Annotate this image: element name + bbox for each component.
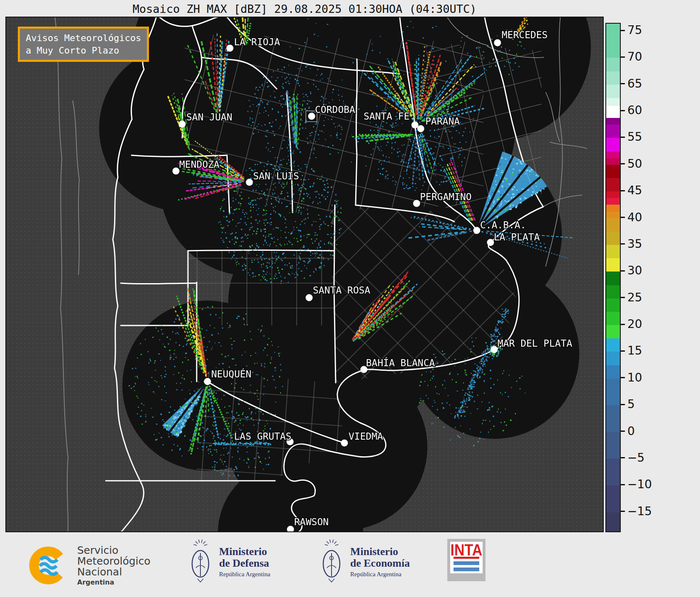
city-label: MENDOZA xyxy=(179,159,220,170)
economia-line3: República Argentina xyxy=(350,571,410,577)
colorbar-segment xyxy=(606,24,620,58)
colorbar-segment xyxy=(606,285,620,299)
inta-inner: INTA xyxy=(450,542,483,573)
radar-coverage-circles xyxy=(99,17,591,532)
city-dot xyxy=(417,125,424,132)
smn-line4: Argentina xyxy=(77,579,151,586)
city-dot xyxy=(491,346,498,353)
colorbar-segment xyxy=(606,118,620,125)
city-label: SANTA ROSA xyxy=(313,285,371,296)
smn-line3: Nacional xyxy=(77,567,151,577)
colorbar-tick-label: 45 xyxy=(627,184,642,197)
colorbar-tick-mark xyxy=(621,217,625,218)
smn-logo: Servicio Meteorológico Nacional Argentin… xyxy=(28,542,151,589)
colorbar-segment xyxy=(606,125,620,138)
city-dot xyxy=(473,227,480,234)
colorbar-segment xyxy=(606,258,620,272)
city-label: LAS GRUTAS xyxy=(234,431,291,442)
colorbar-tick-label: −15 xyxy=(627,504,652,518)
defensa-text: Ministerio de Defensa República Argentin… xyxy=(219,546,270,577)
city-dot xyxy=(179,121,186,128)
city-label: NEUQUÉN xyxy=(211,368,251,379)
colorbar-tick-mark xyxy=(621,350,625,352)
warning-line2: a Muy Corto Plazo xyxy=(26,45,119,56)
colorbar-segment xyxy=(606,432,620,459)
economia-line1: Ministerio xyxy=(350,546,410,558)
colorbar-tick-label: 75 xyxy=(627,23,642,37)
colorbar-tick-mark xyxy=(621,404,625,405)
colorbar-tick-mark xyxy=(621,110,625,111)
colorbar xyxy=(605,23,621,532)
city-label: LA PLATA xyxy=(494,232,540,242)
colorbar-tick-label: −5 xyxy=(627,451,644,465)
colorbar-tick-label: 30 xyxy=(627,264,642,277)
city-label: SAN LUIS xyxy=(253,171,299,181)
inta-label: INTA xyxy=(451,543,483,557)
colorbar-segment xyxy=(606,191,620,198)
colorbar-tick-mark xyxy=(621,137,625,138)
colorbar-tick-mark xyxy=(621,56,625,58)
colorbar-segment xyxy=(606,272,620,285)
inta-blue-bar-1 xyxy=(454,561,479,565)
colorbar-segment xyxy=(606,71,620,85)
colorbar-tick-label: 40 xyxy=(627,210,642,224)
colorbar-tick-label: 20 xyxy=(627,317,642,331)
city-dot xyxy=(306,294,313,301)
colorbar-segment xyxy=(606,205,620,212)
colorbar-segment xyxy=(606,459,620,486)
colorbar-tick-label: 50 xyxy=(627,157,642,171)
footer: Servicio Meteorológico Nacional Argentin… xyxy=(0,533,700,597)
colorbar-tick-mark xyxy=(621,163,625,164)
economia-line2: de Economía xyxy=(350,558,410,569)
smn-crescent-icon xyxy=(28,542,71,589)
city-dot xyxy=(308,113,315,120)
colorbar-segment xyxy=(606,58,620,71)
defensa-line3: República Argentina xyxy=(219,571,270,577)
colorbar-tick-label: 35 xyxy=(627,237,642,251)
city-label: PARANA xyxy=(425,116,460,127)
colorbar-segment xyxy=(606,338,620,352)
city-label: MAR DEL PLATA xyxy=(498,338,572,349)
colorbar-tick-mark xyxy=(621,270,625,272)
radar-mosaic-figure: Mosaico ZH MAX [dBZ] 29.08.2025 01:30HOA… xyxy=(0,0,700,597)
colorbar-tick-mark xyxy=(621,377,625,378)
city-label: SANTA FE xyxy=(363,111,410,122)
colorbar-tick-label: −10 xyxy=(627,477,652,491)
coat-of-arms-icon xyxy=(188,537,213,586)
radar-map-canvas: LA RIOJAMERCEDESSAN JUANCÓRDOBASANTA FEP… xyxy=(6,17,604,532)
colorbar-tick-mark xyxy=(621,431,625,432)
colorbar-tick-mark xyxy=(621,243,625,245)
city-label: RAWSON xyxy=(294,516,329,527)
defensa-line1: Ministerio xyxy=(219,546,270,558)
colorbar-segment xyxy=(606,85,620,98)
economia-text: Ministerio de Economía República Argenti… xyxy=(350,546,410,577)
city-label: PERGAMINO xyxy=(420,191,472,202)
colorbar-segment xyxy=(606,138,620,152)
smn-line2: Meteorológico xyxy=(77,556,151,567)
colorbar-segment xyxy=(606,178,620,192)
colorbar-tick-label: 15 xyxy=(627,344,642,357)
defensa-line2: de Defensa xyxy=(219,558,270,569)
colorbar-tick-label: 70 xyxy=(627,50,642,64)
city-label: CÓRDOBA xyxy=(315,104,355,115)
colorbar-tick-mark xyxy=(621,190,625,191)
colorbar-segment xyxy=(606,485,620,512)
smn-line1: Servicio xyxy=(77,545,151,556)
colorbar-segment xyxy=(606,245,620,259)
page-title: Mosaico ZH MAX [dBZ] 29.08.2025 01:30HOA… xyxy=(5,2,604,15)
colorbar-tick-label: 10 xyxy=(627,371,642,384)
colorbar-segment xyxy=(606,165,620,179)
colorbar-segment xyxy=(606,218,620,232)
city-label: SAN JUAN xyxy=(186,112,232,122)
ministerio-defensa-logo: Ministerio de Defensa República Argentin… xyxy=(188,537,270,586)
colorbar-segment xyxy=(606,365,620,379)
city-dot xyxy=(341,440,348,447)
city-label: BAHÍA BLANCA xyxy=(366,357,435,368)
colorbar-tick-label: 5 xyxy=(627,397,635,411)
city-label: LA RIOJA xyxy=(234,37,280,47)
city-dot xyxy=(227,45,234,52)
colorbar-segment xyxy=(606,232,620,245)
city-dot xyxy=(494,39,501,46)
colorbar-tick-mark xyxy=(621,511,625,512)
city-dot xyxy=(204,378,211,385)
